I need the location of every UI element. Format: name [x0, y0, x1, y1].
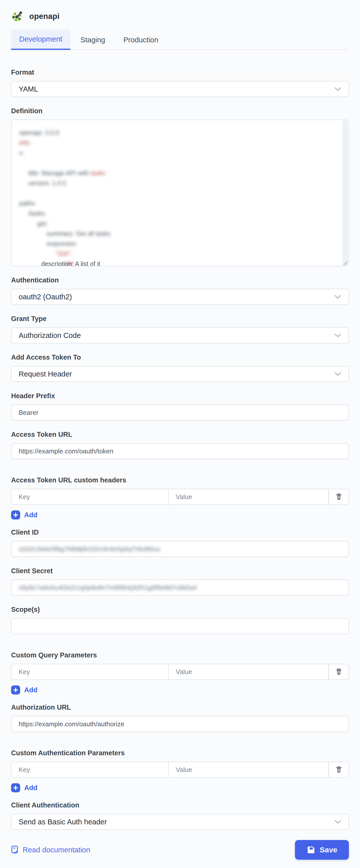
authentication-group: Authentication oauth2 (Oauth2): [11, 276, 349, 305]
grant-type-label: Grant Type: [11, 315, 349, 323]
definition-label: Definition: [11, 107, 349, 115]
header-prefix-input[interactable]: [11, 404, 349, 421]
authorization-url-label: Authorization URL: [11, 704, 349, 711]
custom-query-params-delete-button[interactable]: [329, 664, 349, 680]
custom-query-params-label: Custom Query Parameters: [11, 651, 349, 659]
editor-scrollbar[interactable]: [342, 121, 348, 265]
scopes-input[interactable]: [11, 618, 349, 634]
add-button-label: Add: [24, 511, 37, 519]
client-authentication-select-value: Send as Basic Auth header: [19, 818, 107, 826]
header: openapi: [11, 0, 349, 22]
grant-type-select[interactable]: Authorization Code: [11, 327, 349, 343]
read-documentation-label: Read documentation: [23, 846, 90, 854]
read-documentation-link[interactable]: Read documentation: [11, 845, 90, 855]
chevron-down-icon: [334, 295, 341, 299]
trash-icon: [335, 766, 342, 774]
save-disk-icon: [306, 845, 316, 855]
access-token-url-label: Access Token URL: [11, 431, 349, 438]
save-button-label: Save: [320, 845, 337, 854]
add-access-token-to-select[interactable]: Request Header: [11, 366, 349, 382]
scopes-group: Scope(s): [11, 606, 349, 634]
client-id-redacted-value: a1b2c3d4e5f6g7h8i9j0k1l2m3n4o5p6q7r8s9t0…: [19, 545, 160, 553]
chevron-down-icon: [334, 372, 341, 376]
tab-development[interactable]: Development: [11, 30, 70, 50]
definition-redacted-code: openapi: 3.0.0info:v: title: Manage API …: [11, 120, 349, 266]
grant-type-select-value: Authorization Code: [19, 331, 81, 340]
client-id-group: Client ID a1b2c3d4e5f6g7h8i9j0k1l2m3n4o5…: [11, 529, 349, 557]
definition-visible-tail: description: A list of it: [41, 260, 100, 266]
custom-auth-params-value-input[interactable]: [168, 762, 329, 778]
custom-auth-params-row: [11, 762, 349, 778]
custom-auth-params-key-input[interactable]: [11, 762, 168, 778]
add-access-token-to-group: Add Access Token To Request Header: [11, 353, 349, 382]
custom-query-params-group: Custom Query Parameters Add: [11, 651, 349, 694]
custom-query-params-key-input[interactable]: [11, 664, 168, 680]
authentication-label: Authentication: [11, 276, 349, 284]
client-secret-group: Client Secret x9y8z7w6v5u4t3s2r1q0p9o8n7…: [11, 567, 349, 596]
save-button[interactable]: Save: [295, 840, 349, 860]
custom-auth-params-label: Custom Authentication Parameters: [11, 749, 349, 757]
client-secret-input[interactable]: x9y8z7w6v5u4t3s2r1q0p9o8n7m6l5k4j3i2h1g0…: [11, 580, 349, 596]
scopes-label: Scope(s): [11, 606, 349, 614]
custom-auth-params-add-button[interactable]: Add: [11, 783, 37, 792]
add-button-label: Add: [24, 784, 37, 792]
client-id-input[interactable]: a1b2c3d4e5f6g7h8i9j0k1l2m3n4o5p6q7r8s9t0…: [11, 541, 349, 557]
chevron-down-icon: [334, 87, 341, 91]
client-authentication-select[interactable]: Send as Basic Auth header: [11, 814, 349, 830]
custom-headers-delete-button[interactable]: [329, 489, 349, 505]
collection-settings-page: openapi Development Staging Production F…: [0, 0, 360, 860]
plus-icon: [11, 783, 20, 792]
environment-tabs: Development Staging Production: [11, 30, 349, 50]
add-access-token-to-label: Add Access Token To: [11, 353, 349, 361]
format-select-value: YAML: [19, 85, 38, 93]
client-secret-label: Client Secret: [11, 567, 349, 575]
custom-headers-row: [11, 489, 349, 505]
custom-headers-add-button[interactable]: Add: [11, 510, 37, 520]
client-secret-redacted-value: x9y8z7w6v5u4t3s2r1q0p9o8n7m6l5k4j3i2h1g0…: [19, 584, 197, 592]
definition-editor[interactable]: openapi: 3.0.0info:v: title: Manage API …: [11, 120, 349, 266]
custom-headers-key-input[interactable]: [11, 489, 168, 505]
grant-type-group: Grant Type Authorization Code: [11, 315, 349, 343]
header-prefix-group: Header Prefix: [11, 392, 349, 421]
document-check-icon: [11, 845, 19, 855]
format-group: Format YAML: [11, 69, 349, 97]
definition-group: Definition openapi: 3.0.0info:v: title: …: [11, 107, 349, 266]
plus-icon: [11, 685, 20, 694]
client-authentication-group: Client Authentication Send as Basic Auth…: [11, 801, 349, 830]
access-token-url-input[interactable]: [11, 443, 349, 459]
header-prefix-label: Header Prefix: [11, 392, 349, 400]
tab-production[interactable]: Production: [115, 30, 166, 50]
chevron-down-icon: [334, 333, 341, 337]
openapi-logo-icon: [11, 10, 23, 22]
editor-resize-grip[interactable]: [343, 260, 348, 265]
authentication-select[interactable]: oauth2 (Oauth2): [11, 289, 349, 305]
authentication-select-value: oauth2 (Oauth2): [19, 293, 72, 301]
tab-staging[interactable]: Staging: [72, 30, 113, 50]
page-title: openapi: [29, 12, 60, 21]
add-access-token-to-select-value: Request Header: [19, 370, 72, 378]
access-token-url-group: Access Token URL: [11, 431, 349, 459]
add-button-label: Add: [24, 686, 37, 694]
format-label: Format: [11, 69, 349, 76]
custom-headers-group: Access Token URL custom headers Add: [11, 476, 349, 520]
trash-icon: [335, 668, 342, 676]
authorization-url-input[interactable]: [11, 716, 349, 732]
custom-query-params-row: [11, 664, 349, 680]
footer: Read documentation Save: [11, 840, 349, 860]
custom-query-params-value-input[interactable]: [168, 664, 329, 680]
plus-icon: [11, 510, 20, 520]
custom-headers-label: Access Token URL custom headers: [11, 476, 349, 484]
format-select[interactable]: YAML: [11, 81, 349, 97]
client-authentication-label: Client Authentication: [11, 801, 349, 809]
custom-auth-params-delete-button[interactable]: [329, 762, 349, 778]
custom-headers-value-input[interactable]: [168, 489, 329, 505]
authorization-url-group: Authorization URL: [11, 704, 349, 732]
client-id-label: Client ID: [11, 529, 349, 536]
trash-icon: [335, 493, 342, 501]
custom-auth-params-group: Custom Authentication Parameters Add: [11, 749, 349, 792]
chevron-down-icon: [334, 820, 341, 824]
custom-query-params-add-button[interactable]: Add: [11, 685, 37, 694]
